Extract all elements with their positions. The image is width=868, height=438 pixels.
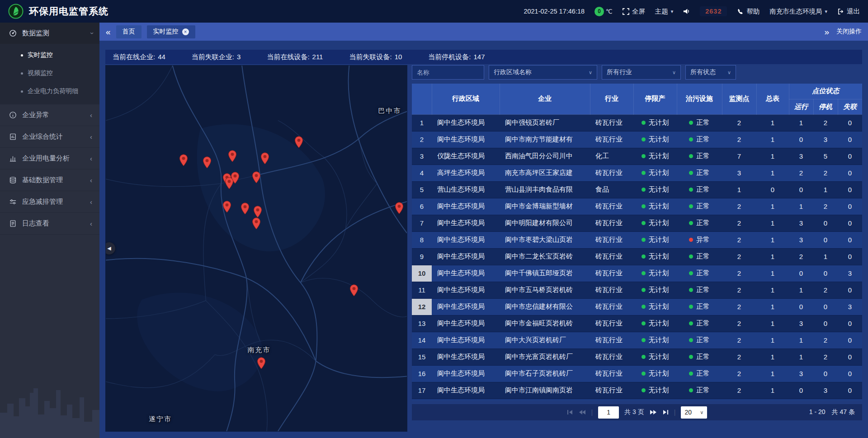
- status-text: 正常: [696, 269, 710, 278]
- fullscreen-button[interactable]: 全屏: [623, 7, 645, 16]
- table-row[interactable]: 1阆中生态环境局阆中强锐页岩砖厂砖瓦行业无计划正常21120: [412, 114, 862, 131]
- status-filter-select[interactable]: 所有状态 ∨: [685, 65, 736, 80]
- row-points: 2: [722, 399, 756, 400]
- row-offline: 0: [838, 131, 862, 148]
- row-region: 阆中生态环境局: [432, 349, 500, 365]
- row-industry: 砖瓦行业: [590, 349, 633, 365]
- chevron-left-icon: ‹: [90, 111, 92, 119]
- chevron-down-icon: ▾: [671, 9, 674, 14]
- stat-value: 147: [474, 53, 485, 61]
- industry-filter-select[interactable]: 所有行业 ∨: [602, 65, 681, 80]
- row-restriction: 无计划: [633, 131, 677, 148]
- map-city-label: 巴中市: [378, 107, 401, 115]
- logout-button[interactable]: 退出: [837, 7, 860, 16]
- table-row[interactable]: 5营山生态环境局营山县润丰肉食品有限食品无计划正常10010: [412, 181, 862, 198]
- row-seq: 18: [412, 399, 432, 400]
- org-dropdown[interactable]: 南充市生态环境局 ▾: [769, 7, 827, 16]
- table-row[interactable]: 17阆中生态环境局阆中市江南镇阆南页岩砖瓦行业无计划正常21030: [412, 382, 862, 399]
- row-region: 阆中生态环境局: [432, 282, 500, 298]
- table-row[interactable]: 16阆中生态环境局阆中市石子页岩机砖厂砖瓦行业无计划正常21300: [412, 365, 862, 382]
- table-row[interactable]: 12阆中生态环境局阆中市忠信建材有限公砖瓦行业无计划正常21003: [412, 298, 862, 315]
- table-row[interactable]: 9阆中生态环境局阆中市二龙长宝页岩砖砖瓦行业无计划正常21210: [412, 248, 862, 265]
- status-text: 无计划: [649, 135, 669, 144]
- chevron-left-icon: ‹: [90, 155, 92, 162]
- first-page-icon: [567, 410, 573, 415]
- stats-bar: 当前在线企业:44当前失联企业:3当前在线设备:211当前失联设备:10当前停机…: [105, 50, 862, 64]
- status-text: 无计划: [649, 336, 669, 344]
- table-row[interactable]: 7阆中生态环境局阆中明阳建材有限公司砖瓦行业无计划正常21300: [412, 215, 862, 231]
- last-page-button[interactable]: [662, 410, 669, 415]
- region-filter-select[interactable]: 行政区域名称 ∨: [489, 65, 597, 80]
- status-dot-green: [642, 154, 646, 158]
- stat-value: 3: [237, 53, 241, 61]
- row-stopped: 0: [813, 265, 838, 282]
- table-row[interactable]: 13阆中生态环境局阆中市金福旺页岩机砖砖瓦行业无计划正常21300: [412, 315, 862, 332]
- map-panel[interactable]: 巴中市南充市遂宁市 ◀: [105, 65, 407, 432]
- sidebar-item-emergency-reduction[interactable]: 应急减排管理 ‹: [0, 191, 99, 213]
- table-row[interactable]: 14阆中生态环境局阆中大兴页岩机砖厂砖瓦行业无计划正常21120: [412, 332, 862, 349]
- row-stopped: 1: [813, 248, 838, 265]
- status-text: 正常: [696, 252, 710, 261]
- row-stopped: 2: [813, 282, 838, 298]
- table-row[interactable]: 3仪陇生态环境局西南油气田分公司川中化工无计划正常71350: [412, 148, 862, 165]
- sidebar-item-power-load-detail[interactable]: 企业电力负荷明细: [0, 82, 99, 100]
- stat-label: 当前停机设备:: [428, 53, 471, 61]
- row-stopped: 5: [813, 148, 838, 165]
- app-logo-icon: [8, 4, 24, 19]
- row-seq: 7: [412, 215, 432, 231]
- row-enterprise: 阆中市二龙长宝页岩砖: [500, 248, 590, 265]
- status-text: 无计划: [649, 319, 669, 328]
- tab-close-icon[interactable]: ×: [182, 28, 189, 35]
- sidebar-item-data-monitoring[interactable]: 数据监测 ‹: [0, 23, 99, 44]
- sidebar-submenu: 实时监控 视频监控 企业电力负荷明细: [0, 44, 99, 104]
- first-page-button[interactable]: [567, 410, 573, 415]
- divider: |: [674, 409, 676, 416]
- row-stopped: 3: [813, 131, 838, 148]
- tab-realtime-monitoring[interactable]: 实时监控 ×: [147, 25, 195, 38]
- theme-dropdown[interactable]: 主题 ▾: [655, 7, 674, 16]
- help-button[interactable]: 帮助: [737, 7, 760, 16]
- row-facility: 正常: [677, 399, 722, 400]
- close-operations-button[interactable]: 关闭操作: [836, 28, 862, 36]
- table-row[interactable]: 6阆中生态环境局阆中市金博瑞新型墙材砖瓦行业无计划正常21120: [412, 198, 862, 215]
- tab-home[interactable]: 首页: [116, 25, 142, 38]
- table-row[interactable]: 15阆中生态环境局阆中市光富页岩机砖厂砖瓦行业无计划正常21120: [412, 349, 862, 365]
- alarm-horn-button[interactable]: [683, 8, 690, 14]
- table-row[interactable]: 11阆中生态环境局阆中市五马桥页岩机砖砖瓦行业无计划正常21120: [412, 282, 862, 298]
- table-row[interactable]: 8阆中生态环境局阆中市枣碧大梁山页岩砖瓦行业无计划异常21300: [412, 231, 862, 248]
- sidebar-item-realtime-monitoring[interactable]: 实时监控: [0, 46, 99, 64]
- table-row[interactable]: 2阆中生态环境局阆中市南方节能建材有砖瓦行业无计划正常21030: [412, 131, 862, 148]
- next-page-button[interactable]: [650, 410, 657, 415]
- alarm-count-badge[interactable]: 2632: [700, 6, 727, 16]
- status-dot-green: [689, 388, 693, 392]
- horn-icon: [683, 8, 690, 14]
- page-number-input[interactable]: [598, 406, 619, 419]
- sidebar-item-video-monitoring[interactable]: 视频监控: [0, 64, 99, 82]
- sidebar-item-enterprise-statistics[interactable]: 企业综合统计 ‹: [0, 126, 99, 148]
- tabs-scroll-right-icon[interactable]: »: [824, 28, 829, 36]
- table-row[interactable]: 4高坪生态环境局南充市高坪区王家店建砖瓦行业无计划正常31220: [412, 165, 862, 181]
- row-facility: 正常: [677, 349, 722, 365]
- name-filter-input[interactable]: [412, 65, 484, 80]
- stat-item: 当前停机设备:147: [428, 53, 485, 61]
- table-row[interactable]: 18南部生态环境局南部县升华水泥有限公建材无计划正常21120: [412, 399, 862, 400]
- table-row[interactable]: 10阆中生态环境局阆中千佛镇五郎垭页岩砖瓦行业无计划正常21003: [412, 265, 862, 282]
- page-size-value: 20: [684, 409, 692, 416]
- row-meters: 1: [756, 332, 789, 349]
- page-size-select[interactable]: 20 ∨: [681, 406, 707, 419]
- help-label: 帮助: [746, 7, 760, 16]
- col-header-restriction: 停限产: [633, 84, 677, 114]
- temperature-unit: ℃: [606, 8, 613, 15]
- tabs-scroll-left-icon[interactable]: «: [106, 28, 111, 36]
- sidebar-item-power-analysis[interactable]: 企业用电量分析 ‹: [0, 148, 99, 170]
- prev-page-button[interactable]: [579, 410, 586, 415]
- row-region: 仪陇生态环境局: [432, 148, 500, 165]
- status-text: 正常: [696, 152, 710, 160]
- sidebar-item-enterprise-anomaly[interactable]: 企业异常 ‹: [0, 104, 99, 126]
- map-city-label: 南充市: [247, 345, 270, 354]
- enterprise-table-container[interactable]: 行政区域 企业 行业 停限产 治污设施 监测点 总表 点位状态: [412, 84, 862, 400]
- row-restriction: 无计划: [633, 198, 677, 215]
- sidebar-item-log-view[interactable]: 日志查看 ‹: [0, 213, 99, 235]
- sidebar-item-base-data[interactable]: 基础数据管理 ‹: [0, 170, 99, 191]
- sidebar-item-label: 企业综合统计: [22, 132, 85, 141]
